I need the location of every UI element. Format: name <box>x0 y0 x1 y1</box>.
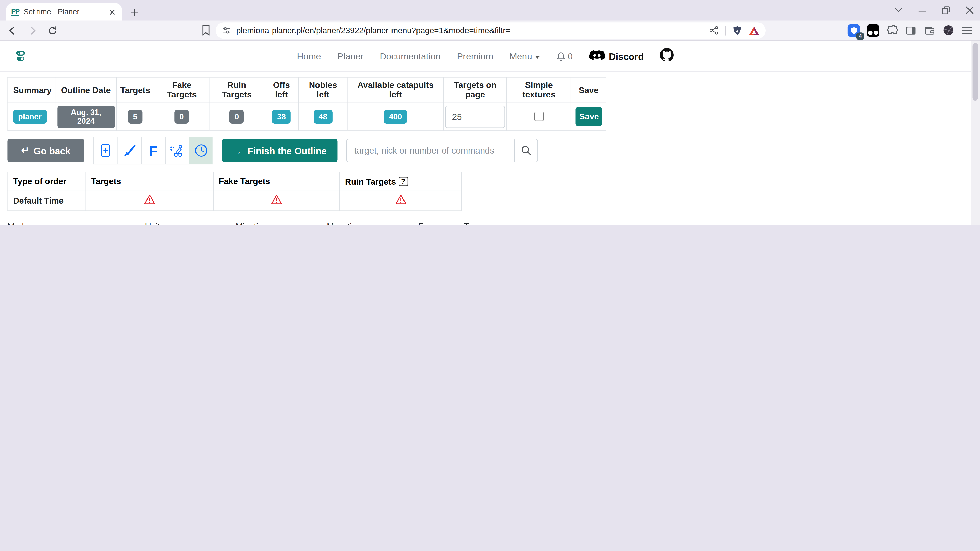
col-fake-targets: Fake Targets <box>154 77 209 103</box>
minimize-button[interactable] <box>916 4 928 16</box>
col-order-targets: Targets <box>86 172 213 191</box>
github-icon <box>660 48 674 62</box>
close-window-button[interactable] <box>964 4 975 16</box>
nav-home[interactable]: Home <box>297 51 321 61</box>
menu-hamburger-icon[interactable] <box>961 25 973 35</box>
new-tab-button[interactable] <box>128 6 141 18</box>
discord-label: Discord <box>609 51 644 62</box>
summary-link-badge[interactable]: planer <box>13 110 46 124</box>
wallet-icon[interactable] <box>924 25 936 36</box>
chevron-down-icon <box>535 56 540 59</box>
time-form: Mode Unit Min. time Max. time From To Al… <box>7 222 963 225</box>
time-mode-button[interactable] <box>189 138 213 164</box>
notifications[interactable]: 0 <box>557 51 573 62</box>
back-button[interactable] <box>5 23 20 38</box>
extension-cluster: 4 <box>848 24 973 37</box>
discord-link[interactable]: Discord <box>589 50 644 62</box>
mode-icon-group: F <box>93 137 213 164</box>
sidebar-icon[interactable] <box>905 25 917 36</box>
brave-shields-icon[interactable] <box>732 25 743 36</box>
profile-avatar[interactable] <box>942 24 955 37</box>
github-link[interactable] <box>660 48 674 65</box>
go-back-button[interactable]: ↵ Go back <box>7 139 84 162</box>
extension-badge: 4 <box>856 32 864 40</box>
nav-documentation[interactable]: Documentation <box>380 51 441 61</box>
col-targets: Targets <box>116 77 154 103</box>
divider <box>725 25 725 35</box>
discord-icon <box>589 50 605 62</box>
window-controls <box>892 4 975 16</box>
col-simple-textures: Simple textures <box>507 77 571 103</box>
browser-tab[interactable]: PP Set time - Planer <box>6 3 122 21</box>
tab-close-icon[interactable] <box>107 7 117 17</box>
label-mode: Mode <box>7 222 138 225</box>
catapults-left-badge: 400 <box>384 110 407 124</box>
bell-icon <box>557 51 566 62</box>
share-icon[interactable] <box>709 25 719 36</box>
action-bar: ↵ Go back F <box>7 137 963 164</box>
targets-on-page-input[interactable] <box>445 105 505 128</box>
summary-table: Summary Outline Date Targets Fake Target… <box>7 77 606 130</box>
finish-outline-button[interactable]: → Finish the Outline <box>222 139 337 162</box>
help-icon[interactable]: ? <box>398 176 408 186</box>
label-max-time: Max. time <box>327 222 412 225</box>
return-arrow-icon: ↵ <box>21 145 29 156</box>
col-order-fake-targets: Fake Targets <box>213 172 340 191</box>
catapult-icon <box>170 144 185 157</box>
tab-strip: PP Set time - Planer <box>0 0 980 21</box>
page-scrollbar[interactable] <box>970 41 980 225</box>
add-targets-mode-button[interactable] <box>94 138 118 164</box>
default-time-row: Default Time <box>8 191 462 211</box>
warning-icon <box>270 194 283 206</box>
tab-title: Set time - Planer <box>24 7 107 16</box>
col-offs-left: Offs left <box>264 77 299 103</box>
fake-targets-count-badge: 0 <box>175 110 189 124</box>
offs-left-badge: 38 <box>272 110 291 124</box>
clock-icon <box>193 143 208 158</box>
bell-count: 0 <box>568 51 573 61</box>
dark-extension-icon[interactable] <box>867 24 880 37</box>
col-ruin-targets: Ruin Targets <box>209 77 264 103</box>
fake-mode-button[interactable]: F <box>141 138 165 164</box>
url-bar[interactable]: plemiona-planer.pl/en/planer/23922/plane… <box>216 22 765 38</box>
search-icon <box>520 145 531 156</box>
col-order-ruin-targets: Ruin Targets? <box>340 172 462 191</box>
summary-data-row: planer Aug. 31, 2024 5 0 0 38 48 400 Sav… <box>8 103 606 130</box>
reload-button[interactable] <box>45 23 60 38</box>
nav-premium[interactable]: Premium <box>457 51 493 61</box>
search-button[interactable] <box>514 139 538 162</box>
outline-date-badge: Aug. 31, 2024 <box>57 105 115 128</box>
page-content: Home Planer Documentation Premium Menu 0… <box>0 41 970 225</box>
simple-textures-checkbox[interactable] <box>535 111 544 121</box>
summary-header-row: Summary Outline Date Targets Fake Target… <box>8 77 606 103</box>
ruin-mode-button[interactable] <box>165 138 189 164</box>
form-labels: Mode Unit Min. time Max. time From To <box>7 222 963 225</box>
browser-window: PP Set time - Planer <box>0 0 980 225</box>
search-box <box>346 139 538 162</box>
bookmark-icon[interactable] <box>199 24 213 37</box>
restore-button[interactable] <box>940 4 951 16</box>
nav-planer[interactable]: Planer <box>337 51 364 61</box>
extensions-puzzle-icon[interactable] <box>886 24 898 37</box>
order-header-row: Type of order Targets Fake Targets Ruin … <box>8 172 462 191</box>
nav-menu-dropdown[interactable]: Menu <box>509 51 540 61</box>
brave-rewards-icon[interactable] <box>749 25 759 35</box>
col-outline-date: Outline Date <box>56 77 116 103</box>
tab-search-chevron-icon[interactable] <box>892 4 904 16</box>
site-navbar: Home Planer Documentation Premium Menu 0… <box>0 41 970 72</box>
warning-icon <box>144 194 156 206</box>
label-to: To <box>464 222 503 225</box>
col-save: Save <box>571 77 606 103</box>
label-unit: Unit <box>145 222 229 225</box>
off-mode-button[interactable] <box>118 138 141 164</box>
save-button[interactable]: Save <box>576 107 602 126</box>
search-input[interactable] <box>347 139 514 162</box>
site-settings-icon[interactable] <box>222 25 231 35</box>
url-text[interactable]: plemiona-planer.pl/en/planer/23922/plane… <box>236 25 709 35</box>
order-type-table: Type of order Targets Fake Targets Ruin … <box>7 171 462 211</box>
label-min-time: Min. time <box>235 222 321 225</box>
scrollbar-thumb[interactable] <box>973 43 978 100</box>
privacy-extension-icon[interactable]: 4 <box>848 24 860 37</box>
forward-button[interactable] <box>25 23 40 38</box>
sword-icon <box>123 144 137 157</box>
